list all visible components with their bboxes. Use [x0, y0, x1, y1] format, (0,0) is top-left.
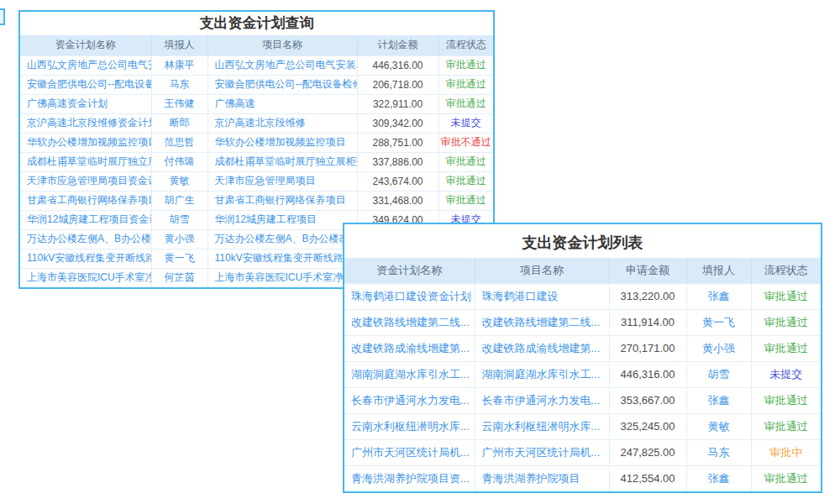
cell-status: 审批通过 [751, 465, 821, 491]
table-row[interactable]: 京沪高速北京段维修资金计划断郎京沪高速北京段维修309,342.00未提交 [20, 113, 493, 133]
table-row[interactable]: 山西弘文房地产总公司电气安装工程资金计划林康平山西弘文房地产总公司电气安装工程项… [20, 55, 493, 75]
cell-filler[interactable]: 马东 [686, 439, 751, 465]
cell-status: 审批中 [751, 439, 821, 465]
cell-filler[interactable]: 胡雪 [151, 210, 207, 229]
cell-amount: 247,825.00 [609, 439, 686, 465]
cell-project[interactable]: 珠海鹤港口建设 [475, 283, 609, 309]
cell-amount: 313,220.00 [609, 283, 686, 309]
cell-project[interactable]: 广州市天河区统计局机... [475, 439, 609, 465]
offscreen-panel-fragment [0, 8, 5, 25]
cell-name[interactable]: 云南水利枢纽潜明水库... [344, 413, 475, 439]
cell-project[interactable]: 长春市伊通河水力发电... [475, 387, 609, 413]
cell-filler[interactable]: 黄一飞 [151, 249, 207, 268]
cell-amount: 288,751.00 [357, 133, 438, 152]
cell-filler[interactable]: 范思哲 [151, 133, 207, 152]
cell-filler[interactable]: 胡雪 [686, 361, 751, 387]
cell-filler[interactable]: 付伟璐 [151, 152, 207, 171]
cell-name[interactable]: 京沪高速北京段维修资金计划 [20, 113, 151, 133]
cell-filler[interactable]: 黄敏 [151, 171, 207, 191]
cell-filler[interactable]: 黄一飞 [686, 309, 751, 335]
cell-filler[interactable]: 张鑫 [686, 465, 751, 491]
cell-name[interactable]: 广佛高速资金计划 [20, 94, 151, 113]
cell-name[interactable]: 甘肃省工商银行网络保养项目资金计划 [20, 191, 151, 210]
cell-project[interactable]: 华软办公楼增加视频监控项目 [207, 133, 357, 152]
table-row[interactable]: 天津市应急管理局项目资金计划黄敏天津市应急管理局项目243,674.00审批通过 [20, 171, 493, 191]
cell-project[interactable]: 京沪高速北京段维修 [207, 113, 357, 133]
table-row[interactable]: 安徽合肥供电公司--配电设备检修维护计划马东安徽合肥供电公司--配电设备检修维护… [20, 75, 493, 94]
cell-status: 审批通过 [438, 75, 493, 94]
cell-name[interactable]: 广州市天河区统计局机... [344, 439, 475, 465]
column-header-project: 项目名称 [475, 258, 609, 283]
cell-project[interactable]: 成都杜甫草堂临时展厅独立展柜报警设备 [207, 152, 357, 171]
table-row[interactable]: 改建铁路成渝线增建第...改建铁路成渝线增建第...270,171.00黄小强审… [344, 335, 821, 361]
table-row[interactable]: 长春市伊通河水力发电...长春市伊通河水力发电...353,667.00张鑫审批… [344, 387, 821, 413]
cell-project[interactable]: 山西弘文房地产总公司电气安装工程项目 [207, 55, 357, 75]
cell-name[interactable]: 华软办公楼增加视频监控项目资金计划 [20, 133, 151, 152]
cell-name[interactable]: 长春市伊通河水力发电... [344, 387, 475, 413]
cell-filler[interactable]: 胡广生 [151, 191, 207, 210]
table-row[interactable]: 湖南洞庭湖水库引水工...湖南洞庭湖水库引水工...446,316.00胡雪未提… [344, 361, 821, 387]
cell-name[interactable]: 山西弘文房地产总公司电气安装工程资金计划 [20, 55, 151, 75]
cell-project[interactable]: 改建铁路成渝线增建第... [475, 335, 609, 361]
cell-project[interactable]: 华润12城房建工程项目 [207, 210, 357, 229]
cell-name[interactable]: 湖南洞庭湖水库引水工... [344, 361, 475, 387]
cell-name[interactable]: 安徽合肥供电公司--配电设备检修维护计划 [20, 75, 151, 94]
cell-filler[interactable]: 林康平 [151, 55, 207, 75]
cell-project[interactable]: 安徽合肥供电公司--配电设备检修维护项目 [207, 75, 357, 94]
cell-project[interactable]: 改建铁路线增建第二线... [475, 309, 609, 335]
cell-amount: 337,886.00 [357, 152, 438, 171]
cell-filler[interactable]: 何芷茵 [151, 268, 207, 287]
cell-project[interactable]: 青海洪湖养护院项目 [475, 465, 609, 491]
cell-status: 未提交 [751, 361, 821, 387]
column-header-name: 资金计划名称 [344, 258, 475, 283]
cell-status: 审批通过 [751, 387, 821, 413]
cell-name[interactable]: 上海市美容医院ICU手术室净化工程资金 [20, 268, 151, 287]
cell-amount: 412,554.00 [609, 465, 686, 491]
cell-name[interactable]: 珠海鹤港口建设资金计划 [344, 283, 475, 309]
cell-name[interactable]: 成都杜甫草堂临时展厅独立展柜报警设备 [20, 152, 151, 171]
column-header-status: 流程状态 [751, 258, 821, 283]
column-header-amount: 申请金额 [609, 258, 686, 283]
cell-name[interactable]: 改建铁路成渝线增建第... [344, 335, 475, 361]
cell-filler[interactable]: 张鑫 [686, 387, 751, 413]
page-background: 支出资金计划查询 资金计划名称填报人项目名称计划金额流程状态山西弘文房地产总公司… [0, 0, 840, 504]
table-row[interactable]: 云南水利枢纽潜明水库...云南水利枢纽潜明水库...325,245.00黄敏审批… [344, 413, 821, 439]
cell-name[interactable]: 华润12城房建工程项目资金计划 [20, 210, 151, 229]
cell-filler[interactable]: 黄小强 [151, 229, 207, 249]
cell-project[interactable]: 湖南洞庭湖水库引水工... [475, 361, 609, 387]
cell-status: 审批通过 [751, 309, 821, 335]
cell-project[interactable]: 广佛高速 [207, 94, 357, 113]
table-row[interactable]: 甘肃省工商银行网络保养项目资金计划胡广生甘肃省工商银行网络保养项目331,468… [20, 191, 493, 210]
cell-amount: 353,667.00 [609, 387, 686, 413]
table-row[interactable]: 珠海鹤港口建设资金计划珠海鹤港口建设313,220.00张鑫审批通过 [344, 283, 821, 309]
cell-name[interactable]: 改建铁路线增建第二线... [344, 309, 475, 335]
cell-project[interactable]: 云南水利枢纽潜明水库... [475, 413, 609, 439]
cell-project[interactable]: 110kV安徽线程集变开断线路工程 [207, 249, 357, 268]
cell-name[interactable]: 青海洪湖养护院项目资... [344, 465, 475, 491]
cell-filler[interactable]: 黄小强 [686, 335, 751, 361]
list-panel-title: 支出资金计划列表 [344, 224, 821, 258]
table-row[interactable]: 广佛高速资金计划王伟健广佛高速322,911.00审批通过 [20, 94, 493, 113]
cell-filler[interactable]: 张鑫 [686, 283, 751, 309]
cell-name[interactable]: 万达办公楼左侧A、B办公楼改造建设 [20, 229, 151, 249]
cell-name[interactable]: 天津市应急管理局项目资金计划 [20, 171, 151, 191]
table-row[interactable]: 广州市天河区统计局机...广州市天河区统计局机...247,825.00马东审批… [344, 439, 821, 465]
table-row[interactable]: 华软办公楼增加视频监控项目资金计划范思哲华软办公楼增加视频监控项目288,751… [20, 133, 493, 152]
cell-project[interactable]: 万达办公楼左侧A、B办公楼改造建设 [207, 229, 357, 249]
table-row[interactable]: 成都杜甫草堂临时展厅独立展柜报警设备付伟璐成都杜甫草堂临时展厅独立展柜报警设备3… [20, 152, 493, 171]
table-row[interactable]: 改建铁路线增建第二线...改建铁路线增建第二线...311,914.00黄一飞审… [344, 309, 821, 335]
cell-amount: 243,674.00 [357, 171, 438, 191]
cell-name[interactable]: 110kV安徽线程集变开断线路工程资金计划 [20, 249, 151, 268]
cell-amount: 270,171.00 [609, 335, 686, 361]
cell-filler[interactable]: 黄敏 [686, 413, 751, 439]
cell-status: 审批通过 [438, 152, 493, 171]
cell-project[interactable]: 甘肃省工商银行网络保养项目 [207, 191, 357, 210]
table-row[interactable]: 青海洪湖养护院项目资...青海洪湖养护院项目412,554.00张鑫审批通过 [344, 465, 821, 491]
cell-filler[interactable]: 王伟健 [151, 94, 207, 113]
cell-filler[interactable]: 断郎 [151, 113, 207, 133]
cell-project[interactable]: 上海市美容医院ICU手术室净化工程 [207, 268, 357, 287]
cell-project[interactable]: 天津市应急管理局项目 [207, 171, 357, 191]
cell-amount: 325,245.00 [609, 413, 686, 439]
cell-filler[interactable]: 马东 [151, 75, 207, 94]
cell-amount: 322,911.00 [357, 94, 438, 113]
